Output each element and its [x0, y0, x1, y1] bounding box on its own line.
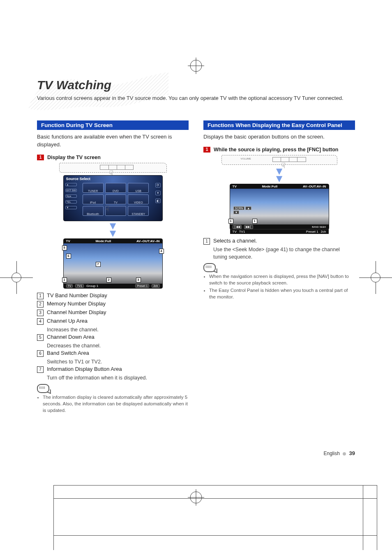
step-number-icon: 1 — [203, 147, 210, 153]
source-cell: VIDEO — [128, 194, 149, 204]
column-right: Functions When Displaying the Easy Contr… — [203, 120, 355, 417]
note-icon — [37, 384, 49, 393]
right-notes: When the navigation screen is displayed,… — [203, 273, 355, 300]
page-title: TV Watching — [37, 78, 355, 92]
easy-control-screen: TV Mode:Full AV–OUT:AV–IN SCRN ▲ ▼ 1 1 ∣… — [230, 184, 329, 230]
hand-icon: ☟ — [281, 161, 286, 170]
page-intro: Various control screens appear in the TV… — [37, 95, 355, 102]
callout-4: 4 — [159, 249, 164, 254]
faceplate-illustration: ☟ — [59, 163, 167, 173]
callout-5: 5 — [62, 245, 67, 250]
source-cell: iPod — [83, 194, 104, 204]
callout-1: 1 — [62, 278, 67, 282]
source-cell: STANDBY — [128, 206, 149, 216]
right-step1-head: 1 While the source is playing, press the… — [203, 147, 355, 153]
section-bar-left: Function During TV Screen — [37, 120, 189, 130]
step-number-icon: 1 — [37, 155, 44, 160]
left-note: The information display is cleared autom… — [37, 394, 189, 414]
section-bar-right: Functions When Displaying the Easy Contr… — [203, 120, 355, 130]
callout-2: 2 — [106, 278, 111, 282]
callout-1: 1 — [228, 219, 233, 224]
page-footer: English 39 — [323, 450, 355, 456]
left-step1-label: Display the TV screen — [47, 155, 101, 160]
footer-dot-icon — [343, 452, 346, 456]
hand-icon: ☟ — [105, 204, 109, 213]
source-cell: Bluetooth — [83, 206, 104, 216]
faceplate-illustration: VOLUME ☟ — [221, 155, 337, 165]
registration-right — [359, 261, 392, 294]
down-arrow-icon: ▼▼ — [203, 167, 355, 182]
svg-point-0 — [190, 60, 202, 72]
source-cell: USB — [128, 183, 149, 193]
left-body: Basic functions are available even when … — [37, 133, 189, 149]
right-body: Displays the basic operation buttons on … — [203, 133, 355, 141]
source-cell: DVD — [105, 183, 126, 193]
crop-mark-bottom — [188, 489, 204, 506]
callout-3: 3 — [136, 278, 141, 282]
tv-screen-annotated: TV Mode:Full AV–OUT:AV–IN 5 6 4 7 1 2 3 … — [63, 238, 163, 289]
title-hatching — [25, 70, 173, 115]
source-select-screen: Source Select ▲ EXT SW Siya TEL ▼ TUNER … — [63, 175, 163, 221]
source-select-title: Source Select — [64, 176, 162, 182]
callout-7: 7 — [96, 262, 101, 267]
right-annotation-list: 1Selects a channel. Use the <Seek Mode> … — [203, 237, 355, 261]
scrn-buttons: SCRN ▲ ▼ — [233, 206, 252, 215]
left-step1-head: 1 Display the TV screen — [37, 155, 189, 160]
svg-point-3 — [190, 492, 202, 503]
down-arrow-icon: ▼▼ — [37, 222, 189, 237]
registration-left — [0, 261, 33, 294]
source-cell: TV — [105, 194, 126, 204]
print-guides — [0, 473, 392, 555]
source-cell: TUNER — [83, 183, 104, 193]
left-annotation-list: 1TV Band Number Display 2Memory Number D… — [37, 292, 189, 382]
right-step1-label: While the source is playing, press the [… — [214, 147, 339, 153]
callout-1b: 1 — [252, 219, 257, 224]
note-icon — [203, 263, 216, 272]
callout-6: 6 — [66, 254, 71, 259]
crop-mark-top — [188, 58, 204, 74]
column-left: Function During TV Screen Basic function… — [37, 120, 189, 417]
